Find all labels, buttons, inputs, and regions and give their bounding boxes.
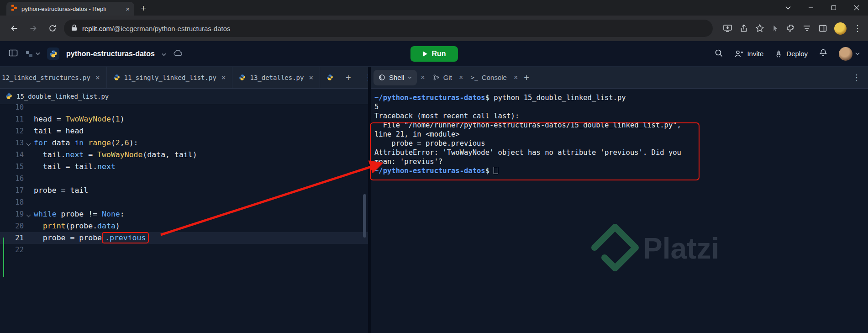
tab-close-icon[interactable]: ×	[421, 74, 425, 81]
extensions-puzzle-icon[interactable]	[786, 24, 795, 33]
python-repl-icon	[47, 48, 59, 60]
reload-button[interactable]	[45, 21, 60, 36]
notifications-bell-icon[interactable]	[819, 48, 828, 59]
line-number: 12	[0, 125, 24, 137]
token: :	[120, 210, 125, 218]
browser-profile-avatar[interactable]	[834, 22, 847, 35]
code-text: while probe != None:	[34, 208, 368, 220]
token: .	[93, 162, 97, 171]
new-tab-button[interactable]: +	[141, 3, 146, 13]
line-number: 17	[0, 185, 24, 196]
token: (data, tail)	[142, 150, 197, 159]
code-line[interactable]: 11head = TwoWayNode(1)	[0, 113, 368, 125]
code-line[interactable]: 20 print(probe.data)	[0, 220, 368, 232]
address-bar[interactable]: replit.com/@iecgerman/python-estructuras…	[64, 20, 713, 37]
reading-list-icon[interactable]	[802, 24, 811, 33]
shell-tab-label: Git	[443, 74, 452, 81]
token: probe = tail	[34, 186, 88, 195]
invite-label: Invite	[747, 50, 763, 58]
search-icon[interactable]	[714, 48, 723, 59]
token: probe = probe.previous	[374, 139, 485, 148]
cloud-status-icon	[173, 49, 183, 59]
browser-tab[interactable]: python-estructuras-datos - Repli ×	[6, 2, 134, 16]
tab-close-icon[interactable]: ×	[459, 74, 463, 81]
code-line[interactable]: 13for data in range(2,6):	[0, 137, 368, 149]
token: 5	[374, 103, 379, 111]
editor-tab-11-singly-linked-list[interactable]: 11_singly_linked_list.py ×	[107, 67, 233, 88]
console-icon: >_	[471, 74, 478, 81]
code-line[interactable]: 17probe = tail	[0, 185, 368, 196]
code-line[interactable]: 21 probe = probe.previous	[0, 232, 368, 244]
tab-close-icon[interactable]: ×	[126, 5, 130, 12]
sidebar-toggle-icon[interactable]	[8, 48, 18, 60]
invite-button[interactable]: Invite	[734, 50, 763, 58]
forward-button[interactable]	[26, 21, 41, 36]
side-panel-icon[interactable]	[818, 24, 827, 33]
code-line[interactable]: 22	[0, 244, 368, 256]
extension-cursor-icon[interactable]	[771, 24, 779, 32]
token: tail	[34, 150, 61, 159]
tab-search-chevron-icon[interactable]	[777, 0, 800, 16]
active-file-tab[interactable]: 15_double_linked_list.py	[0, 89, 368, 104]
project-title[interactable]: python-estructuras-datos	[66, 50, 155, 58]
gutter-spacer	[24, 185, 34, 196]
token: tail = head	[34, 127, 84, 135]
new-file-tab-button[interactable]: +	[340, 73, 357, 82]
code-line[interactable]: 15 tail = tail.next	[0, 161, 368, 173]
python-file-icon	[326, 74, 333, 81]
shell-tab-chevron-icon	[408, 76, 412, 79]
fold-chevron-icon[interactable]	[24, 208, 34, 220]
gutter-spacer	[24, 104, 34, 113]
gutter-spacer	[24, 161, 34, 173]
window-minimize-button[interactable]	[800, 0, 822, 16]
browser-menu-kebab-icon[interactable]: ⋮	[853, 24, 862, 32]
shell-tab-bar: Shell × Git × >_ Console × + ⋮	[371, 67, 868, 89]
token: TwoWayNode	[66, 115, 111, 123]
token: 6	[125, 138, 129, 147]
code-editor[interactable]: 1011head = TwoWayNode(1)12tail = head13f…	[0, 104, 368, 333]
gutter-spacer	[24, 220, 34, 232]
window-close-button[interactable]	[845, 0, 868, 16]
token: Traceback (most recent call last):	[374, 112, 519, 120]
install-app-icon[interactable]	[723, 24, 732, 33]
browser-tab-strip: python-estructuras-datos - Repli × +	[0, 0, 868, 16]
run-button[interactable]: Run	[410, 46, 458, 62]
code-line[interactable]: 16	[0, 173, 368, 185]
tab-close-icon[interactable]: ×	[309, 74, 313, 81]
fold-chevron-icon[interactable]	[24, 137, 34, 149]
shell-line: Traceback (most recent call last):	[374, 111, 868, 121]
code-text: for data in range(2,6):	[34, 137, 368, 149]
back-button[interactable]	[6, 21, 22, 36]
code-line[interactable]: 10	[0, 104, 368, 113]
shell-line: mean: 'previus'?	[374, 157, 868, 166]
invite-person-icon	[734, 50, 743, 58]
token: )	[120, 115, 125, 123]
editor-scrollbar-thumb[interactable]	[363, 194, 366, 238]
project-chevron-icon[interactable]	[162, 50, 166, 58]
bookmark-star-icon[interactable]	[755, 24, 764, 33]
tab-close-icon[interactable]: ×	[95, 74, 100, 81]
editor-tab-12-linked-structures[interactable]: 12_linked_structures.py ×	[0, 67, 107, 88]
code-line[interactable]: 14 tail.next = TwoWayNode(data, tail)	[0, 149, 368, 161]
account-chevron-icon	[855, 52, 860, 55]
code-line[interactable]: 19while probe != None:	[0, 208, 368, 220]
gutter-spacer	[24, 244, 34, 256]
tab-close-icon[interactable]: ×	[221, 74, 226, 81]
share-icon[interactable]	[739, 24, 748, 33]
tab-close-icon[interactable]: ×	[514, 74, 518, 81]
account-menu[interactable]	[839, 47, 860, 61]
tab-shell[interactable]: Shell	[374, 70, 417, 85]
code-line[interactable]: 12tail = head	[0, 125, 368, 137]
window-maximize-button[interactable]	[822, 0, 845, 16]
shell-output[interactable]: ~/python-estructuras-datos$ python 15_do…	[371, 89, 868, 333]
editor-tab-13-detalles[interactable]: 13_detalles.py ×	[232, 67, 320, 88]
deploy-button[interactable]: Deploy	[774, 50, 808, 58]
new-shell-tab-button[interactable]: +	[518, 73, 535, 82]
code-line[interactable]: 18	[0, 196, 368, 208]
repl-switcher-icon[interactable]	[25, 50, 40, 58]
shell-menu-kebab-icon[interactable]: ⋮	[845, 74, 868, 82]
tab-git[interactable]: Git	[428, 70, 457, 85]
editor-tab-icon-only[interactable]	[320, 67, 340, 88]
tab-console[interactable]: >_ Console	[466, 70, 512, 85]
url-text: replit.com/@iecgerman/python-estructuras…	[82, 25, 231, 32]
